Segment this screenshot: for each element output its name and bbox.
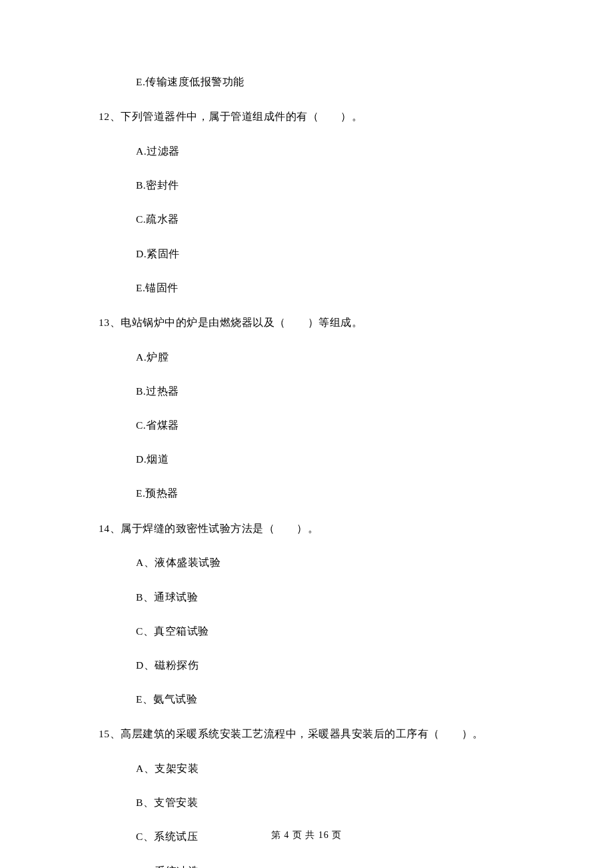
page-container: E.传输速度低报警功能 12、下列管道器件中，属于管道组成件的有（ ）。 A.过… bbox=[0, 0, 613, 868]
q12-option-c: C.疏水器 bbox=[99, 212, 546, 227]
q14-option-d: D、磁粉探伤 bbox=[99, 658, 546, 673]
page-footer: 第 4 页 共 16 页 bbox=[0, 829, 613, 841]
question-12: 12、下列管道器件中，属于管道组成件的有（ ）。 bbox=[99, 109, 546, 124]
q12-option-e: E.锚固件 bbox=[99, 281, 546, 295]
question-number: 14、 bbox=[99, 523, 121, 534]
content-area: E.传输速度低报警功能 12、下列管道器件中，属于管道组成件的有（ ）。 A.过… bbox=[0, 75, 613, 868]
q14-option-a: A、液体盛装试验 bbox=[99, 555, 546, 570]
question-13: 13、电站锅炉中的炉是由燃烧器以及（ ）等组成。 bbox=[99, 315, 546, 330]
q12-option-b: B.密封件 bbox=[99, 178, 546, 193]
question-number: 15、 bbox=[99, 728, 121, 739]
question-stem: 高层建筑的采暖系统安装工艺流程中，采暖器具安装后的工序有（ ）。 bbox=[121, 728, 484, 739]
question-stem: 属于焊缝的致密性试验方法是（ ）。 bbox=[121, 523, 318, 534]
q13-option-e: E.预热器 bbox=[99, 486, 546, 501]
q14-option-e: E、氨气试验 bbox=[99, 692, 546, 707]
question-stem: 下列管道器件中，属于管道组成件的有（ ）。 bbox=[121, 111, 362, 122]
q12-option-d: D.紧固件 bbox=[99, 247, 546, 261]
question-15: 15、高层建筑的采暖系统安装工艺流程中，采暖器具安装后的工序有（ ）。 bbox=[99, 726, 546, 741]
question-stem: 电站锅炉中的炉是由燃烧器以及（ ）等组成。 bbox=[121, 317, 362, 328]
q14-option-c: C、真空箱试验 bbox=[99, 624, 546, 639]
orphan-option-e: E.传输速度低报警功能 bbox=[99, 75, 546, 89]
q13-option-d: D.烟道 bbox=[99, 452, 546, 467]
q13-option-c: C.省煤器 bbox=[99, 418, 546, 433]
q15-option-a: A、支架安装 bbox=[99, 761, 546, 776]
q12-option-a: A.过滤器 bbox=[99, 144, 546, 159]
q14-option-b: B、通球试验 bbox=[99, 590, 546, 605]
q15-option-d: D、系统冲洗 bbox=[99, 864, 546, 868]
q13-option-b: B.过热器 bbox=[99, 384, 546, 399]
question-number: 13、 bbox=[99, 317, 121, 328]
q13-option-a: A.炉膛 bbox=[99, 350, 546, 365]
question-14: 14、属于焊缝的致密性试验方法是（ ）。 bbox=[99, 521, 546, 536]
q15-option-b: B、支管安装 bbox=[99, 795, 546, 810]
question-number: 12、 bbox=[99, 111, 121, 122]
